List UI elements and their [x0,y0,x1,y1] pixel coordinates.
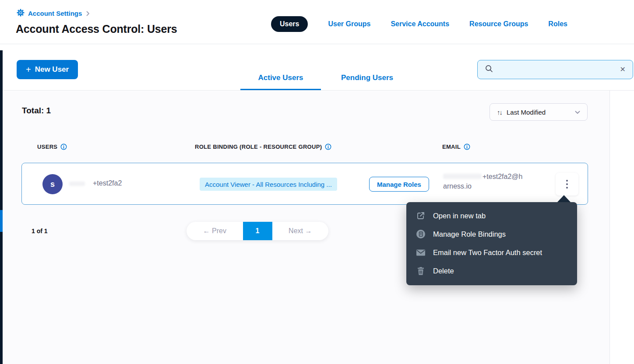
menu-item-email-two-factor-secret[interactable]: Email new Two Factor Auth secret [406,243,577,262]
user-email: +test2fa2@h arness.io [443,172,550,191]
kebab-dot [566,187,568,189]
new-user-label: New User [35,65,69,74]
info-icon[interactable] [325,144,331,150]
sort-arrows-icon: ↑↓ [497,108,502,116]
menu-item-label: Manage Role Bindings [433,230,506,238]
menu-item-manage-role-bindings[interactable]: Manage Role Bindings [406,225,577,243]
page: Account Settings Account Access Control:… [0,0,634,364]
manage-roles-button[interactable]: Manage Roles [369,177,429,192]
nav-tab-user-groups[interactable]: User Groups [328,20,370,28]
info-icon[interactable] [60,144,67,150]
sort-selected-value: Last Modified [507,108,570,116]
app-header: Account Settings Account Access Control:… [0,0,634,44]
left-nav-strip-accent [0,210,3,232]
prev-page-button[interactable]: ← Prev [187,222,243,240]
content-right-divider [609,49,610,364]
top-nav: Users User Groups Service Accounts Resou… [271,16,567,32]
nav-tab-resource-groups[interactable]: Resource Groups [469,20,528,28]
pagination-control: ← Prev 1 Next → [187,222,328,240]
kebab-dot [566,180,568,182]
menu-item-label: Delete [433,267,454,275]
menu-item-delete[interactable]: Delete [406,262,577,280]
breadcrumb-label: Account Settings [28,10,82,17]
sort-dropdown[interactable]: ↑↓ Last Modified [490,103,588,121]
search-icon [485,64,493,75]
nav-tab-service-accounts[interactable]: Service Accounts [391,20,449,28]
delete-icon [416,266,426,276]
row-options-kebab-button[interactable] [556,173,578,196]
role-binding-chip: Account Viewer - All Resources Including… [200,178,337,191]
chevron-right-icon [86,11,90,16]
toolbar: + New User Active Users Pending Users ✕ [3,45,634,91]
page-title: Account Access Control: Users [16,23,177,35]
kebab-dot [566,183,568,185]
email-line1: +test2fa2@h [483,173,522,180]
user-state-tabs: Active Users Pending Users [240,67,403,90]
gear-icon [17,9,25,18]
page-1-button[interactable]: 1 [243,222,272,240]
tab-pending-users[interactable]: Pending Users [331,67,403,90]
avatar: s [42,174,63,194]
clear-search-icon[interactable]: ✕ [620,66,626,73]
breadcrumb[interactable]: Account Settings [17,9,90,18]
column-users-label: USERS [37,144,57,150]
email-icon [416,249,426,256]
manage-role-bindings-icon [416,229,426,239]
left-nav-strip[interactable] [0,50,3,364]
user-name: +test2fa2 [93,179,122,187]
pagination-summary: 1 of 1 [32,228,48,234]
tab-active-users[interactable]: Active Users [240,67,321,90]
open-in-new-tab-icon [416,211,426,220]
search-input[interactable] [498,66,616,74]
redacted-email-blur [443,174,482,179]
nav-tab-users[interactable]: Users [271,16,308,32]
row-context-menu: Open in new tab Manage Role Bindings E [406,202,577,285]
menu-item-label: Open in new tab [433,212,486,220]
plus-icon: + [26,65,31,74]
context-menu-caret [557,195,571,203]
column-header-role-binding: ROLE BINDING (ROLE - RESOURCE GROUP) [195,144,331,150]
column-header-email: EMAIL [442,144,470,150]
column-role-binding-label: ROLE BINDING (ROLE - RESOURCE GROUP) [195,144,322,150]
nav-tab-roles[interactable]: Roles [548,20,567,28]
search-box: ✕ [477,60,633,79]
new-user-button[interactable]: + New User [17,60,78,79]
chevron-down-icon [575,108,580,116]
next-page-button[interactable]: Next → [272,222,329,240]
column-email-label: EMAIL [442,144,461,150]
info-icon[interactable] [464,144,470,150]
menu-item-open-in-new-tab[interactable]: Open in new tab [406,206,577,225]
redacted-name-blur [69,182,85,186]
total-count: Total: 1 [22,106,51,116]
menu-item-label: Email new Two Factor Auth secret [433,248,542,257]
table-row[interactable]: s +test2fa2 Account Viewer - All Resourc… [21,163,588,205]
column-header-users: USERS [37,144,67,150]
email-line2: arness.io [443,182,472,190]
